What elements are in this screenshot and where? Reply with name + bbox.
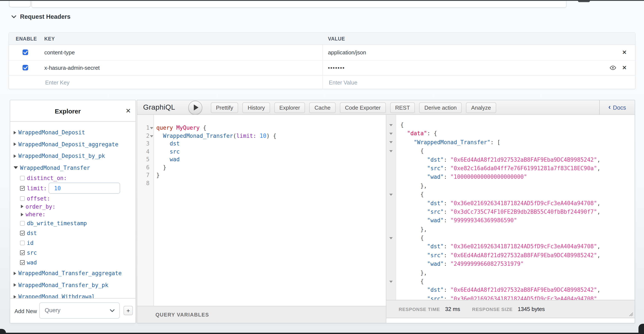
explorer-field-src[interactable]: src: [10, 248, 136, 258]
explorer-field-WrappedMonad_Transfer[interactable]: WrappedMonad_Transfer: [10, 162, 136, 174]
query-variables-bar[interactable]: QUERY VARIABLES: [137, 306, 386, 323]
explorer-arg-offset[interactable]: offset:: [10, 194, 136, 203]
add-new-button[interactable]: +: [124, 306, 133, 315]
fold-arrow-icon[interactable]: [389, 133, 393, 135]
code-line: }: [156, 163, 276, 172]
toolbar-button-analyze[interactable]: Analyze: [466, 102, 496, 113]
explorer-arg-limit[interactable]: limit:: [10, 182, 136, 194]
explorer-field-db_write_timestamp[interactable]: db_write_timestamp: [10, 218, 136, 228]
execute-query-button[interactable]: [188, 100, 202, 114]
fold-arrow-icon[interactable]: [389, 141, 393, 143]
checkbox[interactable]: [20, 221, 25, 226]
header-value[interactable]: •••••••: [328, 65, 345, 71]
request-headers-section-header[interactable]: Request Headers: [12, 13, 70, 20]
hasura-api-explorer: Request Headers ENABLE KEY VALUE content…: [0, 0, 644, 334]
fold-arrow-icon[interactable]: [389, 237, 393, 239]
code-line: "dst": "0x36e0216926341871824AD5fD9cFc3e…: [400, 199, 600, 208]
fold-arrow-icon[interactable]: [150, 135, 153, 137]
chevron-left-icon: ‹: [608, 105, 611, 109]
toolbar-button-derive-action[interactable]: Derive action: [419, 102, 462, 113]
line-number: 6: [137, 163, 150, 172]
toolbar-button-rest[interactable]: REST: [390, 102, 415, 113]
code-line: "wad": "999999346369986590": [400, 217, 600, 225]
explorer-field-WrappedMonad_Deposit[interactable]: WrappedMonad_Deposit: [10, 127, 136, 138]
new-header-key-input[interactable]: [44, 76, 172, 89]
close-icon[interactable]: ✕: [125, 107, 132, 114]
explorer-arg-label: distinct_on:: [27, 175, 67, 181]
explorer-arg-distinct_on[interactable]: distinct_on:: [10, 174, 136, 182]
header-value[interactable]: application/json: [328, 49, 366, 56]
checkbox[interactable]: [20, 260, 25, 265]
explorer-field-wad[interactable]: wad: [10, 258, 136, 267]
code-line: {: [400, 277, 600, 286]
enable-checkbox[interactable]: [22, 65, 28, 71]
section-title: Request Headers: [20, 13, 70, 20]
collapse-arrow-icon: [14, 166, 18, 169]
close-icon[interactable]: ✕: [621, 64, 628, 71]
new-header-row: [9, 75, 635, 89]
toolbar-button-explorer[interactable]: Explorer: [274, 102, 305, 113]
explorer-arg-where[interactable]: where:: [10, 211, 136, 218]
column-header-enable: ENABLE: [16, 36, 37, 41]
expand-arrow-icon: [21, 213, 24, 216]
checkbox[interactable]: [20, 186, 25, 191]
checkbox[interactable]: [20, 231, 25, 235]
fold-arrow-icon[interactable]: [389, 124, 393, 126]
column-divider: [322, 45, 323, 60]
explorer-arg-order_by[interactable]: order_by:: [10, 203, 136, 211]
toolbar-button-history[interactable]: History: [242, 102, 270, 113]
add-new-select[interactable]: Query: [39, 302, 120, 319]
fold-arrow-icon[interactable]: [389, 280, 393, 283]
bottom-left-decoration: [0, 329, 6, 334]
column-divider: [322, 76, 323, 89]
line-number: 4: [137, 148, 150, 156]
code-line: {: [400, 147, 600, 155]
query-editor-code[interactable]: query MyQuery { WrappedMonad_Transfer(li…: [156, 124, 276, 187]
explorer-field-WrappedMonad_Transfer_aggregate[interactable]: WrappedMonad_Transfer_aggregate: [10, 267, 136, 279]
response-json: { "data": { "WrappedMonad_Transfer": [ {…: [400, 121, 600, 303]
check-icon: [24, 66, 28, 70]
line-number: 3: [137, 140, 150, 148]
add-new-selected-value: Query: [45, 307, 60, 313]
request-mode-button[interactable]: [9, 1, 31, 7]
explorer-field-WrappedMonad_Withdrawal[interactable]: WrappedMonad_Withdrawal: [10, 291, 136, 298]
fold-arrow-icon[interactable]: [389, 194, 393, 196]
header-key[interactable]: x-hasura-admin-secret: [44, 65, 100, 71]
code-line: }: [156, 172, 276, 179]
eye-icon[interactable]: [610, 64, 616, 71]
toolbar-button-code-exporter[interactable]: Code Exporter: [340, 102, 386, 113]
explorer-arg-label: limit:: [27, 185, 47, 191]
explorer-field-id[interactable]: id: [10, 238, 136, 248]
explorer-leaf-label: dst: [27, 230, 37, 236]
query-editor-pane[interactable]: 12345678 query MyQuery { WrappedMonad_Tr…: [137, 115, 386, 323]
docs-button[interactable]: ‹ Docs: [599, 100, 635, 115]
close-icon[interactable]: ✕: [621, 49, 628, 56]
checkbox[interactable]: [20, 250, 25, 255]
header-key[interactable]: content-type: [44, 49, 75, 56]
explorer-field-WrappedMonad_Transfer_by_pk[interactable]: WrappedMonad_Transfer_by_pk: [10, 279, 136, 291]
code-line: dst: [156, 140, 276, 148]
explorer-footer: Add New Query +: [10, 298, 136, 323]
resize-handle[interactable]: [629, 312, 633, 316]
explorer-field-WrappedMonad_Deposit_aggregate[interactable]: WrappedMonad_Deposit_aggregate: [10, 138, 136, 150]
explorer-field-WrappedMonad_Deposit_by_pk[interactable]: WrappedMonad_Deposit_by_pk: [10, 150, 136, 162]
new-header-value-input[interactable]: [328, 76, 456, 89]
fold-arrow-icon[interactable]: [150, 127, 153, 129]
fold-arrow-icon[interactable]: [389, 150, 393, 152]
top-decoration: [578, 1, 590, 2]
checkbox[interactable]: [20, 196, 25, 201]
graphiql-toolbar: GraphiQL PrettifyHistoryExplorerCacheCod…: [137, 100, 635, 115]
response-pane: { "data": { "WrappedMonad_Transfer": [ {…: [386, 115, 635, 323]
expand-arrow-icon: [21, 205, 24, 208]
code-line: "src": "0x6Ed4AdA8f21d927532aB8FAF9Eba9D…: [400, 251, 600, 260]
toolbar-button-prettify[interactable]: Prettify: [211, 102, 238, 113]
limit-value-input[interactable]: [48, 183, 120, 194]
checkbox[interactable]: [20, 241, 25, 245]
explorer-field-dst[interactable]: dst: [10, 228, 136, 238]
toolbar-button-cache[interactable]: Cache: [310, 102, 336, 113]
enable-checkbox[interactable]: [22, 50, 28, 55]
add-new-label: Add New: [14, 308, 37, 314]
code-line: "data": {: [400, 129, 600, 138]
endpoint-input[interactable]: [32, 2, 566, 8]
checkbox[interactable]: [20, 176, 25, 180]
